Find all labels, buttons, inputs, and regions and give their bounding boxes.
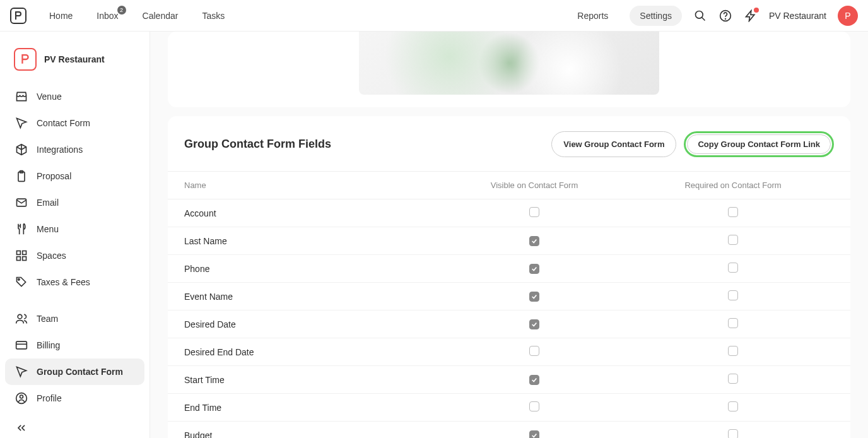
required-checkbox[interactable] [728, 263, 738, 273]
banner-card [168, 32, 850, 107]
copy-link-button[interactable]: Copy Group Contact Form Link [687, 134, 831, 154]
panel-title: Group Contact Form Fields [184, 138, 331, 151]
app-logo[interactable] [10, 8, 26, 24]
table-row: Start Time [168, 366, 850, 394]
help-icon[interactable] [718, 9, 732, 23]
svg-point-14 [20, 395, 23, 398]
visible-checkbox[interactable] [529, 236, 539, 246]
required-checkbox[interactable] [728, 290, 738, 300]
user-icon [15, 392, 28, 405]
nav-settings[interactable]: Settings [630, 6, 682, 26]
sidebar-item-menu[interactable]: Menu [5, 216, 144, 242]
visible-checkbox[interactable] [529, 375, 539, 385]
field-name: Budget [184, 430, 437, 439]
field-name: Last Name [184, 236, 437, 246]
visible-checkbox[interactable] [529, 264, 539, 274]
svg-point-2 [725, 18, 726, 19]
required-checkbox[interactable] [728, 346, 738, 356]
search-icon[interactable] [693, 9, 707, 23]
sidebar-item-proposal[interactable]: Proposal [5, 163, 144, 189]
field-name: Phone [184, 264, 437, 274]
nav-calendar[interactable]: Calendar [132, 6, 189, 26]
sidebar-item-spaces[interactable]: Spaces [5, 242, 144, 269]
svg-rect-12 [16, 341, 27, 349]
table-row: Desired End Date [168, 338, 850, 366]
col-name: Name [184, 181, 437, 190]
sidebar-item-contact-form[interactable]: Contact Form [5, 110, 144, 136]
avatar[interactable]: P [838, 6, 858, 26]
visible-checkbox[interactable] [529, 207, 539, 217]
sidebar-item-profile[interactable]: Profile [5, 385, 144, 411]
sidebar-item-venue[interactable]: Venue [5, 83, 144, 110]
utensils-icon [15, 223, 28, 235]
sidebar-item-label: Menu [37, 224, 59, 234]
card-icon [15, 339, 28, 352]
cursor-icon [15, 117, 28, 129]
required-checkbox[interactable] [728, 429, 738, 438]
bolt-icon[interactable] [744, 9, 758, 23]
svg-rect-8 [17, 257, 21, 261]
field-name: Desired Date [184, 319, 437, 329]
required-checkbox[interactable] [728, 401, 738, 411]
svg-rect-9 [23, 257, 26, 261]
sidebar-item-label: Contact Form [37, 118, 90, 128]
required-checkbox[interactable] [728, 207, 738, 217]
svg-rect-7 [23, 251, 26, 255]
org-name[interactable]: PV Restaurant [769, 11, 826, 21]
users-icon [15, 312, 28, 325]
sidebar-item-label: Integrations [37, 145, 83, 155]
sidebar-item-taxes-fees[interactable]: Taxes & Fees [5, 269, 144, 295]
sidebar-item-label: Venue [37, 92, 62, 102]
collapse-sidebar-button[interactable] [5, 417, 144, 438]
org-logo-icon [14, 48, 37, 71]
copy-link-highlight: Copy Group Contact Form Link [684, 131, 834, 157]
sidebar-item-email[interactable]: Email [5, 189, 144, 216]
visible-checkbox[interactable] [529, 319, 539, 329]
storefront-icon [15, 90, 28, 103]
visible-checkbox[interactable] [529, 430, 539, 439]
table-row: Phone [168, 255, 850, 283]
sidebar-item-label: Group Contact Form [37, 367, 123, 377]
field-name: Start Time [184, 375, 437, 385]
cube-icon [15, 143, 28, 156]
sidebar-item-label: Taxes & Fees [37, 277, 90, 287]
field-name: Desired End Date [184, 347, 437, 357]
field-name: Account [184, 208, 437, 218]
nav-home[interactable]: Home [39, 6, 83, 26]
sidebar-item-integrations[interactable]: Integrations [5, 136, 144, 163]
visible-checkbox[interactable] [529, 346, 539, 356]
nav-tasks[interactable]: Tasks [192, 6, 235, 26]
svg-point-11 [18, 314, 22, 319]
field-name: Event Name [184, 292, 437, 302]
table-row: Event Name [168, 283, 850, 311]
required-checkbox[interactable] [728, 318, 738, 328]
table-header: Name Visible on Contact Form Required on… [168, 171, 850, 199]
cursor-icon [15, 365, 28, 378]
sidebar-item-label: Spaces [37, 251, 66, 261]
required-checkbox[interactable] [728, 235, 738, 245]
grid-icon [15, 249, 28, 262]
visible-checkbox[interactable] [529, 292, 539, 302]
tag-icon [15, 276, 28, 288]
field-name: End Time [184, 403, 437, 413]
sidebar-item-label: Proposal [37, 171, 71, 181]
col-required: Required on Contact Form [632, 181, 834, 190]
nav-reports[interactable]: Reports [567, 6, 618, 26]
required-checkbox[interactable] [728, 374, 738, 384]
table-row: Budget [168, 422, 850, 438]
visible-checkbox[interactable] [529, 401, 539, 411]
svg-rect-6 [17, 251, 21, 255]
sidebar-item-billing[interactable]: Billing [5, 332, 144, 358]
clipboard-icon [15, 170, 28, 182]
table-row: Desired Date [168, 311, 850, 338]
sidebar-item-label: Billing [37, 340, 60, 350]
sidebar-org[interactable]: PV Restaurant [5, 42, 144, 83]
sidebar-item-label: Email [37, 198, 59, 208]
table-row: Last Name [168, 227, 850, 255]
sidebar-item-group-contact-form[interactable]: Group Contact Form [5, 358, 144, 385]
view-form-button[interactable]: View Group Contact Form [551, 131, 676, 157]
nav-inbox[interactable]: Inbox2 [86, 6, 128, 26]
sidebar-item-label: Profile [37, 393, 62, 403]
sidebar-item-team[interactable]: Team [5, 305, 144, 332]
table-row: End Time [168, 394, 850, 422]
